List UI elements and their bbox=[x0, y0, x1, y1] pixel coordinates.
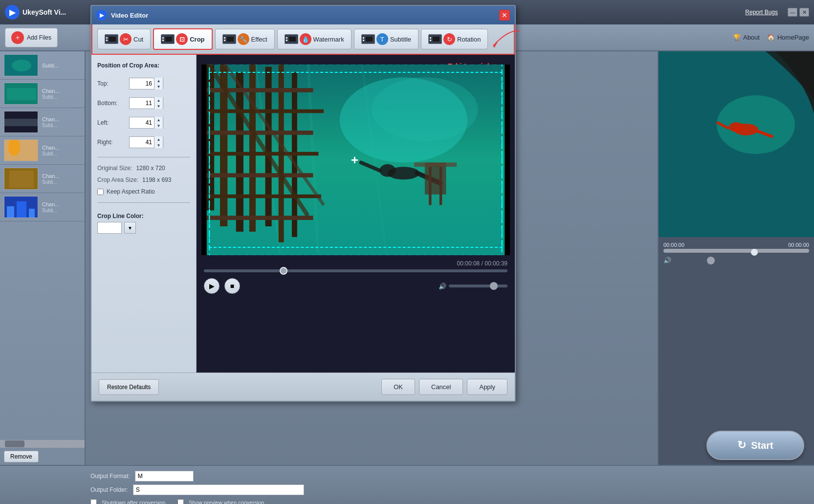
crop-left-down[interactable]: ▼ bbox=[154, 123, 163, 129]
tab-rotation[interactable]: ↻ Rotation bbox=[421, 29, 488, 49]
volume-slider[interactable] bbox=[449, 285, 507, 287]
tab-effect[interactable]: 🔧 Effect bbox=[215, 29, 275, 49]
right-time-right: 00:00:00 bbox=[788, 242, 809, 248]
tab-subtitle[interactable]: T Subtitle bbox=[354, 29, 418, 49]
right-volume-icon: 🔊 bbox=[663, 257, 671, 264]
dialog-close-button[interactable]: ✕ bbox=[499, 10, 510, 21]
shutdown-checkbox[interactable] bbox=[90, 499, 97, 504]
crop-bottom-spinbox[interactable]: ▲ ▼ bbox=[129, 97, 163, 109]
remove-button[interactable]: Remove bbox=[4, 451, 39, 462]
svg-point-16 bbox=[717, 95, 795, 154]
report-bugs-link[interactable]: Report Bugs bbox=[745, 9, 778, 16]
color-dropdown[interactable]: ▼ bbox=[124, 222, 136, 234]
crop-left-up[interactable]: ▲ bbox=[154, 117, 163, 123]
list-item[interactable]: Chan...Subti... bbox=[0, 108, 85, 136]
right-progress-bar[interactable] bbox=[663, 249, 809, 253]
svg-point-18 bbox=[729, 122, 744, 132]
crop-left-input[interactable] bbox=[130, 118, 154, 127]
tab-watermark[interactable]: 💧 Watermark bbox=[277, 29, 352, 49]
crop-right-spinbox[interactable]: ▲ ▼ bbox=[129, 136, 163, 148]
output-folder-input[interactable]: S bbox=[133, 484, 304, 495]
cancel-button[interactable]: Cancel bbox=[419, 379, 463, 395]
minimize-button[interactable]: — bbox=[788, 8, 797, 17]
about-label: About bbox=[743, 34, 760, 41]
effect-tab-label: Effect bbox=[251, 36, 267, 43]
homepage-link[interactable]: 🏠 HomePage bbox=[767, 34, 809, 41]
color-box[interactable] bbox=[97, 222, 122, 234]
add-files-button[interactable]: ＋ Add Files bbox=[5, 28, 58, 47]
crop-color-label: Crop Line Color: bbox=[97, 213, 190, 219]
thumbnail-image bbox=[4, 54, 38, 76]
crop-bottom-arrows: ▲ ▼ bbox=[154, 97, 163, 109]
list-item[interactable]: Chan...Subti... bbox=[0, 136, 85, 165]
output-format-input[interactable]: M bbox=[135, 471, 194, 482]
dialog-tabs: ✂ Cut ⊡ bbox=[92, 24, 514, 54]
list-item[interactable]: Chan...Subti... bbox=[0, 80, 85, 108]
original-size-label: Original Size: bbox=[97, 165, 132, 172]
crop-left-spinbox[interactable]: ▲ ▼ bbox=[129, 117, 163, 129]
svg-rect-12 bbox=[17, 201, 26, 218]
svg-rect-5 bbox=[4, 119, 38, 126]
keep-aspect-checkbox[interactable] bbox=[97, 189, 104, 195]
crop-bottom-up[interactable]: ▲ bbox=[154, 97, 163, 103]
thumbnail-image bbox=[4, 139, 38, 161]
list-item[interactable]: Chan...Subti... bbox=[0, 193, 85, 221]
right-preview-video bbox=[659, 51, 814, 237]
about-link[interactable]: 🏆 About bbox=[733, 34, 760, 41]
crop-bottom-row: Bottom: ▲ ▼ bbox=[97, 96, 190, 110]
crop-divider bbox=[97, 157, 190, 157]
crop-top-down[interactable]: ▼ bbox=[154, 84, 163, 89]
crop-left-label: Left: bbox=[97, 119, 124, 126]
svg-rect-13 bbox=[29, 209, 35, 218]
stop-button[interactable]: ■ bbox=[224, 278, 240, 294]
restore-defaults-button[interactable]: Restore Defaults bbox=[99, 379, 159, 395]
crop-section-title: Position of Crop Area: bbox=[97, 62, 190, 69]
right-volume-slider[interactable] bbox=[675, 259, 724, 262]
crop-tab-label: Crop bbox=[190, 36, 204, 43]
thumb-label: Chan...Subti... bbox=[42, 201, 81, 213]
left-sidebar: Subti... Chan...Subti... Chan...Subti... bbox=[0, 51, 86, 465]
crop-bottom-down[interactable]: ▼ bbox=[154, 103, 163, 109]
tab-crop[interactable]: ⊡ Crop bbox=[153, 28, 212, 50]
sidebar-scrollbar[interactable] bbox=[0, 440, 85, 448]
apply-button[interactable]: Apply bbox=[467, 379, 507, 395]
close-button[interactable]: ✕ bbox=[799, 8, 809, 17]
add-files-label: Add Files bbox=[27, 34, 51, 41]
list-item[interactable]: Subti... bbox=[0, 51, 85, 80]
app-logo: ▶ UkeySoft Vi... bbox=[5, 5, 66, 20]
svg-rect-11 bbox=[7, 206, 14, 218]
preview-checkbox[interactable] bbox=[177, 499, 184, 504]
volume-icon: 🔊 bbox=[439, 283, 446, 290]
topbar-right: Report Bugs — ✕ bbox=[745, 8, 809, 17]
thumb-label: Chan...Subti... bbox=[42, 145, 81, 156]
ok-button[interactable]: OK bbox=[381, 379, 415, 395]
crop-right-down[interactable]: ▼ bbox=[154, 142, 163, 148]
crop-tab-icon: ⊡ bbox=[176, 33, 188, 45]
thumbnail-image bbox=[4, 168, 38, 190]
svg-point-44 bbox=[379, 164, 396, 177]
subtitle-tab-label: Subtitle bbox=[390, 36, 411, 43]
seek-bar[interactable] bbox=[204, 269, 507, 272]
dialog-tabs-container: ✂ Cut ⊡ bbox=[91, 24, 515, 55]
dialog-title-icon: ▶ bbox=[96, 10, 107, 21]
crop-area-label: Crop Area Size: bbox=[97, 176, 138, 183]
seek-thumb[interactable] bbox=[280, 267, 287, 275]
preview-label: Show preview when conversion bbox=[189, 500, 264, 504]
svg-rect-45 bbox=[425, 162, 446, 194]
right-progress-thumb[interactable] bbox=[751, 249, 758, 256]
crop-color-section: Crop Line Color: ▼ bbox=[97, 213, 190, 234]
crop-top-spinbox[interactable]: ▲ ▼ bbox=[129, 78, 163, 89]
crop-top-up[interactable]: ▲ bbox=[154, 78, 163, 84]
crop-right-input[interactable] bbox=[130, 138, 154, 147]
play-button[interactable]: ▶ bbox=[204, 278, 220, 294]
list-item[interactable]: Chan...Subti... bbox=[0, 165, 85, 193]
crop-left-row: Left: ▲ ▼ bbox=[97, 115, 190, 130]
crop-bottom-input[interactable] bbox=[130, 99, 154, 108]
crop-right-up[interactable]: ▲ bbox=[154, 136, 163, 142]
crop-top-input[interactable] bbox=[130, 79, 154, 88]
svg-rect-46 bbox=[414, 162, 457, 167]
tab-cut[interactable]: ✂ Cut bbox=[97, 29, 151, 49]
crop-right-arrows: ▲ ▼ bbox=[154, 136, 163, 148]
start-button[interactable]: ↻ Start bbox=[706, 431, 804, 460]
main-app: ▶ UkeySoft Vi... Report Bugs — ✕ ＋ Add F… bbox=[0, 0, 814, 504]
